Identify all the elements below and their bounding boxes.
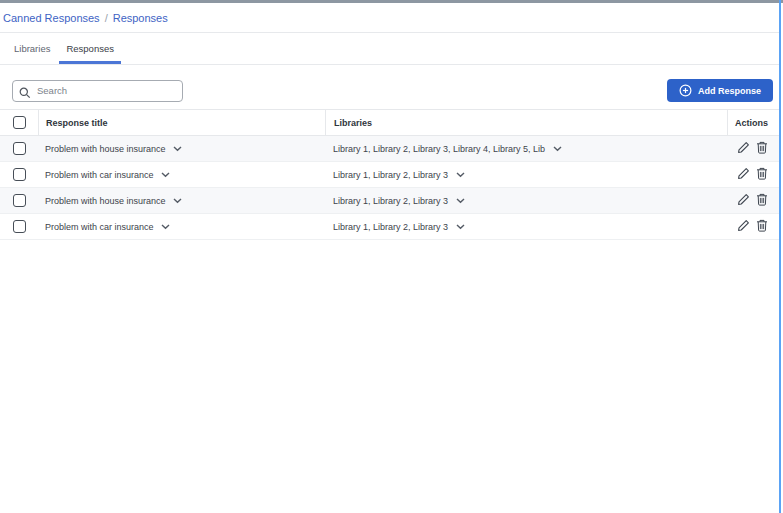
breadcrumb: Canned Responses / Responses	[0, 3, 779, 33]
breadcrumb-separator: /	[105, 12, 108, 24]
chevron-down-icon[interactable]	[456, 222, 465, 232]
select-all-checkbox[interactable]	[13, 116, 26, 129]
table-row: Problem with car insurance Library 1, Li…	[0, 162, 779, 188]
row-checkbox[interactable]	[13, 220, 26, 233]
trash-icon[interactable]	[756, 167, 768, 182]
search-box	[12, 80, 183, 102]
table-row: Problem with house insurance Library 1, …	[0, 188, 779, 214]
canned-responses-page: { "breadcrumb": { "items": ["Canned Resp…	[0, 0, 783, 513]
edit-icon[interactable]	[737, 193, 750, 208]
column-header-actions: Actions	[727, 110, 779, 135]
responses-table: Response title Libraries Actions Problem…	[0, 109, 779, 240]
row-checkbox[interactable]	[13, 142, 26, 155]
breadcrumb-canned-responses[interactable]: Canned Responses	[3, 12, 100, 24]
row-checkbox[interactable]	[13, 194, 26, 207]
window-right-edge-line	[779, 0, 781, 513]
row-checkbox[interactable]	[13, 168, 26, 181]
column-header-libraries-label: Libraries	[334, 118, 372, 128]
search-icon	[19, 85, 31, 103]
edit-icon[interactable]	[737, 141, 750, 156]
trash-icon[interactable]	[756, 193, 768, 208]
chevron-down-icon[interactable]	[161, 170, 170, 180]
libraries-list: Library 1, Library 2, Library 3	[333, 222, 448, 232]
tab-libraries[interactable]: Libraries	[7, 33, 57, 64]
tab-responses[interactable]: Responses	[59, 33, 121, 64]
response-title: Problem with car insurance	[45, 170, 154, 180]
response-title: Problem with house insurance	[45, 196, 166, 206]
select-all-cell	[0, 110, 38, 135]
edit-icon[interactable]	[737, 219, 750, 234]
trash-icon[interactable]	[756, 219, 768, 234]
table-row: Problem with car insurance Library 1, Li…	[0, 214, 779, 240]
trash-icon[interactable]	[756, 141, 768, 156]
column-header-actions-label: Actions	[735, 118, 768, 128]
chevron-down-icon[interactable]	[553, 144, 562, 154]
response-title: Problem with car insurance	[45, 222, 154, 232]
table-header-row: Response title Libraries Actions	[0, 109, 779, 136]
column-header-response-title: Response title	[38, 110, 325, 135]
add-response-button[interactable]: Add Response	[667, 79, 773, 102]
search-input[interactable]	[12, 80, 183, 102]
chevron-down-icon[interactable]	[161, 222, 170, 232]
libraries-list: Library 1, Library 2, Library 3, Library…	[333, 144, 545, 154]
toolbar: Add Response	[0, 65, 779, 102]
chevron-down-icon[interactable]	[173, 144, 182, 154]
edit-icon[interactable]	[737, 167, 750, 182]
tab-bar: Libraries Responses	[0, 33, 779, 65]
column-header-title-label: Response title	[46, 118, 108, 128]
chevron-down-icon[interactable]	[456, 170, 465, 180]
libraries-list: Library 1, Library 2, Library 3	[333, 170, 448, 180]
libraries-list: Library 1, Library 2, Library 3	[333, 196, 448, 206]
table-row: Problem with house insurance Library 1, …	[0, 136, 779, 162]
breadcrumb-responses[interactable]: Responses	[113, 12, 168, 24]
response-title: Problem with house insurance	[45, 144, 166, 154]
chevron-down-icon[interactable]	[173, 196, 182, 206]
add-response-label: Add Response	[698, 86, 761, 96]
main-content: Canned Responses / Responses Libraries R…	[0, 3, 779, 240]
chevron-down-icon[interactable]	[456, 196, 465, 206]
plus-circle-icon	[679, 84, 692, 97]
column-header-libraries: Libraries	[325, 110, 727, 135]
